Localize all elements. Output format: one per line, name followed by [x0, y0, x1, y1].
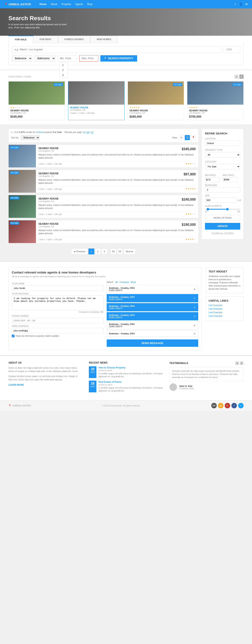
- sort-select[interactable]: Relevance: [21, 135, 40, 140]
- agent-item[interactable]: Andrews - Cowley, OX4 01865 360070 ✓: [107, 321, 198, 329]
- pagination-page-58[interactable]: 58: [110, 248, 116, 254]
- search-location-input[interactable]: [12, 46, 221, 53]
- news-title-2[interactable]: Real Estate of Future: [98, 380, 163, 383]
- select-all[interactable]: All: [115, 281, 118, 283]
- pagination-next[interactable]: Next ►: [124, 248, 136, 254]
- useful-link-3[interactable]: Link Example: [208, 311, 241, 314]
- property-card[interactable]: For Sale ★★★★★ SEAWAY HOUSE Los Angeles,…: [187, 81, 244, 120]
- nav-agents[interactable]: Agents: [75, 3, 83, 6]
- property-card[interactable]: For Sale ★★★★★ SEAWAY HOUSE Los Angeles,…: [128, 81, 184, 120]
- price-dash: -: [78, 57, 78, 60]
- social-pinterest-icon[interactable]: P: [225, 403, 230, 408]
- list-view-icon[interactable]: ☰: [185, 135, 190, 140]
- add-icon[interactable]: ＋: [234, 2, 237, 6]
- learn-more-link[interactable]: LEARN MORE: [8, 384, 24, 386]
- search-year-input[interactable]: [224, 46, 240, 53]
- clear-filters-button[interactable]: CLEAR ALL FILTERS: [205, 231, 240, 236]
- bath-option-3[interactable]: 3: [60, 73, 68, 78]
- useful-link-4[interactable]: Link Example: [208, 315, 241, 317]
- listing-item[interactable]: For Sale SEAWAY HOUSE Los Angeles, CA Al…: [8, 170, 198, 193]
- agent-item[interactable]: Andrews - Cowley, OX4 01865 360070 ✓: [107, 285, 198, 293]
- user-icon[interactable]: 👤: [239, 2, 243, 6]
- refine-property-type-select[interactable]: All: [205, 152, 240, 158]
- pagination-page-3[interactable]: 3: [102, 248, 107, 254]
- nav-about[interactable]: About: [50, 3, 57, 6]
- tab-foreclosures[interactable]: FORECLOSURES: [58, 36, 90, 43]
- tab-new-homes[interactable]: NEW HOMES: [90, 36, 118, 43]
- refine-min-price-input[interactable]: [205, 177, 220, 182]
- bath-option-2[interactable]: 2: [60, 68, 68, 73]
- email-input[interactable]: [12, 328, 104, 333]
- social-rss-icon[interactable]: ⊕: [218, 403, 224, 408]
- navbar-brand[interactable]: 📍 UNREAL ESTATE: [4, 3, 31, 6]
- pagination-page-59[interactable]: 59: [117, 248, 123, 254]
- bathrooms-select[interactable]: Bathrooms: [34, 55, 56, 62]
- listing-item[interactable]: For Sale SEAWAY HOUSE Los Angeles, CA Al…: [8, 195, 198, 218]
- tab-for-rent[interactable]: FOR RENT: [33, 36, 58, 43]
- per-page-9[interactable]: 9: [83, 131, 85, 134]
- property-card[interactable]: SEAWAY HOUSE Los Angeles, CA 3 beds + 1 …: [68, 81, 124, 120]
- pagination-page-2[interactable]: 2: [95, 248, 101, 254]
- listing-item[interactable]: For Sale SEAWAY HOUSE Los Angeles, CA Al…: [8, 220, 198, 243]
- news-title-1[interactable]: How to Choose Property: [98, 366, 163, 369]
- refine-size-input[interactable]: [205, 198, 237, 203]
- more-options-button[interactable]: MORE OPTIONS: [205, 215, 240, 221]
- update-button[interactable]: UPDATE: [205, 223, 240, 230]
- name-input[interactable]: [12, 286, 104, 291]
- listing-item[interactable]: For Sale SEAWAY HOUSE Los Angeles, CA Al…: [8, 144, 198, 168]
- social-bb-icon[interactable]: BB: [211, 403, 217, 408]
- useful-link-2[interactable]: Link Example: [208, 308, 241, 310]
- social-twitter-icon[interactable]: t: [238, 403, 244, 408]
- map-view-icon[interactable]: 📍: [191, 135, 196, 140]
- footer-cols: ABOUT US Donec ac diam nec magna digniss…: [8, 361, 244, 395]
- per-page-27[interactable]: 27: [91, 131, 94, 134]
- news-content-2: Real Estate of Future posted by admin In…: [98, 380, 163, 392]
- agent-item[interactable]: Andrews - Cowley, OX4 ✓: [107, 330, 198, 337]
- select-featured[interactable]: Featured: [120, 281, 129, 283]
- min-price-input[interactable]: [58, 55, 76, 62]
- search-icon: 🔍: [104, 57, 107, 60]
- per-page-18[interactable]: 18: [86, 131, 89, 134]
- refine-bedrooms-input[interactable]: [205, 187, 240, 192]
- grid-view-icon[interactable]: ⊞: [179, 135, 184, 140]
- agent-item[interactable]: Andrews - Cowley, OX4 01865 360070 ✓: [107, 312, 198, 320]
- property-info: ★★★★★ SEAWAY HOUSE Los Angeles, CA $750,…: [187, 104, 244, 120]
- featured-next-arrow[interactable]: ►: [240, 74, 244, 79]
- page-title: Search Results: [8, 15, 67, 22]
- property-price: $750,000: [189, 115, 242, 118]
- property-card[interactable]: For Sale ★★★★★ SEAWAY HOUSE Los Angeles,…: [8, 81, 65, 120]
- keep-informed-checkbox[interactable]: [12, 334, 14, 337]
- social-facebook-icon[interactable]: f: [232, 403, 237, 408]
- featured-prev-arrow[interactable]: ◄: [234, 74, 238, 79]
- nav-home[interactable]: Home: [40, 3, 46, 6]
- pagination-prev[interactable]: ◄ Previous: [71, 248, 88, 254]
- select-none[interactable]: None: [130, 281, 136, 283]
- listing-price: $97,800: [184, 172, 196, 176]
- slider-right-handle[interactable]: [226, 208, 229, 210]
- slider-bar: [205, 209, 240, 210]
- bath-option-1[interactable]: 1: [60, 62, 68, 68]
- tab-for-sale[interactable]: FOR SALE: [8, 36, 33, 43]
- refine-max-price-input[interactable]: [222, 177, 237, 182]
- news-posted-1: posted by admin: [98, 370, 163, 372]
- pagination-page-1[interactable]: 1: [88, 248, 94, 254]
- slider-left-handle[interactable]: [207, 208, 209, 210]
- mail-icon[interactable]: ✉: [245, 2, 248, 6]
- refine-location-input[interactable]: [205, 141, 240, 146]
- phone-input[interactable]: [12, 318, 104, 323]
- max-price-input[interactable]: [80, 55, 98, 62]
- search-button[interactable]: 🔍 SEARCH PROPERTY: [100, 55, 137, 62]
- agent-item[interactable]: Andrews - Cowley, OX4 01865 360070 ✓: [107, 294, 198, 302]
- nav-blog[interactable]: Blog: [87, 3, 92, 6]
- message-textarea[interactable]: I am looking for property for sale in Ox…: [12, 296, 104, 310]
- send-message-button[interactable]: SEND MESSAGE: [107, 340, 198, 347]
- news-item-1: 20 MAR How to Choose Property posted by …: [89, 366, 163, 378]
- testimonial-next[interactable]: ►: [240, 361, 244, 365]
- refine-category-select[interactable]: For Sale: [205, 164, 240, 169]
- bedrooms-select[interactable]: Bedrooms: [12, 55, 32, 62]
- testimonial-prev[interactable]: ◄: [235, 361, 239, 365]
- news-month-1: MAR: [90, 371, 95, 373]
- useful-link-1[interactable]: Link Example: [208, 304, 241, 306]
- agent-item[interactable]: Andrews - Cowley, OX4 01865 360070 ✓: [107, 303, 198, 311]
- nav-property[interactable]: Property: [62, 3, 71, 6]
